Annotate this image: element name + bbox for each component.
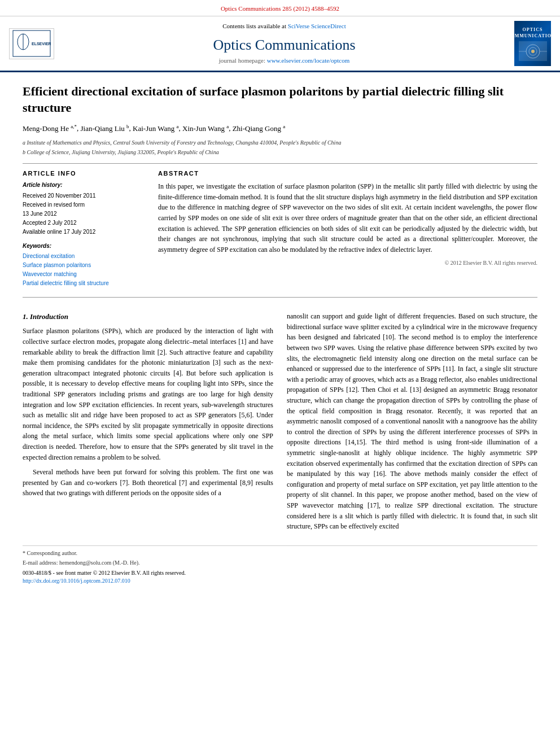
affiliation-b: b College of Science, Jiujiang Universit… [23, 148, 537, 156]
revised-label: Received in revised form [23, 200, 147, 209]
keywords-section: Keywords: Directional excitation Surface… [23, 242, 147, 288]
copyright-notice: © 2012 Elsevier B.V. All rights reserved… [158, 259, 537, 267]
journal-title: Optics Communications [213, 35, 355, 55]
section-1-title: 1. Introduction [23, 311, 273, 322]
doi-link[interactable]: http://dx.doi.org/10.1016/j.optcom.2012.… [23, 578, 130, 584]
abstract-heading: ABSTRACT [158, 169, 537, 178]
right-para-1: nanoslit can support and guide light of … [287, 311, 537, 531]
info-abstract-section: ARTICLE INFO Article history: Received 2… [23, 169, 537, 288]
body-text-left: Surface plasmon polaritons (SPPs), which… [23, 326, 273, 499]
intro-para-1: Surface plasmon polaritons (SPPs), which… [23, 326, 273, 462]
divider-1 [23, 163, 537, 164]
affiliations: a Institute of Mathematics and Physics, … [23, 138, 537, 156]
received-date: Received 20 November 2011 [23, 191, 147, 200]
elsevier-logo: ELSEVIER [9, 28, 54, 59]
sciverse-link[interactable]: SciVerse ScienceDirect [288, 23, 346, 29]
article-dates: Received 20 November 2011 Received in re… [23, 191, 147, 237]
revised-date: 13 June 2012 [23, 209, 147, 219]
body-two-col: 1. Introduction Surface plasmon polarito… [23, 311, 537, 536]
author-zhi: Zhi-Qiang Gong a [233, 124, 286, 133]
keyword-1[interactable]: Directional excitation [23, 252, 147, 261]
elsevier-logo-container: ELSEVIER [9, 21, 54, 66]
available-date: Available online 17 July 2012 [23, 228, 147, 237]
article-title: Efficient directional excitation of surf… [23, 84, 537, 116]
article-history-label: Article history: [23, 181, 147, 189]
author-xin: Xin-Jun Wang a [182, 124, 229, 133]
journal-header-center: Contents lists available at SciVerse Sci… [61, 21, 508, 66]
cover-title-2: COMMUNICATIONS [507, 33, 559, 39]
svg-text:ELSEVIER: ELSEVIER [32, 42, 51, 46]
author-meng: Meng-Dong He a,* [23, 124, 77, 133]
journal-cover: OPTICS COMMUNICATIONS [514, 21, 551, 66]
corresponding-note: * Corresponding author. [23, 549, 537, 557]
intro-para-2: Several methods have been put forward fo… [23, 467, 273, 499]
journal-homepage: journal homepage: www.elsevier.com/locat… [219, 56, 349, 65]
doi-line: http://dx.doi.org/10.1016/j.optcom.2012.… [23, 577, 537, 585]
top-bar: Optics Communications 285 (2012) 4588–45… [0, 0, 560, 16]
authors-line: Meng-Dong He a,*, Jian-Qiang Liu b, Kai-… [23, 123, 537, 134]
main-content: Efficient directional excitation of surf… [0, 72, 560, 596]
keyword-4[interactable]: Partial dielectric filling slit structur… [23, 279, 147, 288]
journal-cover-container: OPTICS COMMUNICATIONS [514, 21, 551, 66]
article-info-heading: ARTICLE INFO [23, 169, 147, 178]
abstract-text: In this paper, we investigate the excita… [158, 181, 537, 255]
email-note: E-mail address: hemendong@solu.com (M.-D… [23, 559, 537, 567]
affiliation-a: a Institute of Mathematics and Physics, … [23, 138, 537, 147]
keyword-3[interactable]: Wavevector matching [23, 270, 147, 279]
keywords-label: Keywords: [23, 242, 147, 250]
keywords-list: Directional excitation Surface plasmon p… [23, 252, 147, 288]
homepage-url[interactable]: www.elsevier.com/locate/optcom [267, 57, 350, 64]
citation-link[interactable]: Optics Communications 285 (2012) 4588–45… [221, 5, 339, 12]
svg-point-6 [531, 50, 535, 53]
body-section: 1. Introduction Surface plasmon polarito… [23, 311, 537, 536]
accepted-date: Accepted 2 July 2012 [23, 219, 147, 228]
article-info-col: ARTICLE INFO Article history: Received 2… [23, 169, 147, 288]
issn-line: 0030-4818/$ - see front matter © 2012 El… [23, 569, 537, 577]
footnote-section: * Corresponding author. E-mail address: … [23, 545, 537, 567]
divider-2 [23, 297, 537, 298]
cover-title-1: OPTICS [523, 27, 543, 33]
abstract-col: ABSTRACT In this paper, we investigate t… [158, 169, 537, 288]
body-right-col: nanoslit can support and guide light of … [287, 311, 537, 536]
contents-available: Contents lists available at SciVerse Sci… [222, 22, 345, 30]
cover-image [519, 41, 547, 61]
author-jian: Jian-Qiang Liu b [80, 124, 129, 133]
journal-header: ELSEVIER Contents lists available at Sci… [0, 16, 560, 72]
body-left-col: 1. Introduction Surface plasmon polarito… [23, 311, 273, 536]
keyword-2[interactable]: Surface plasmon polaritons [23, 261, 147, 270]
author-kai: Kai-Jun Wang a [133, 124, 178, 133]
body-text-right: nanoslit can support and guide light of … [287, 311, 537, 531]
doi-section: 0030-4818/$ - see front matter © 2012 El… [23, 569, 537, 585]
